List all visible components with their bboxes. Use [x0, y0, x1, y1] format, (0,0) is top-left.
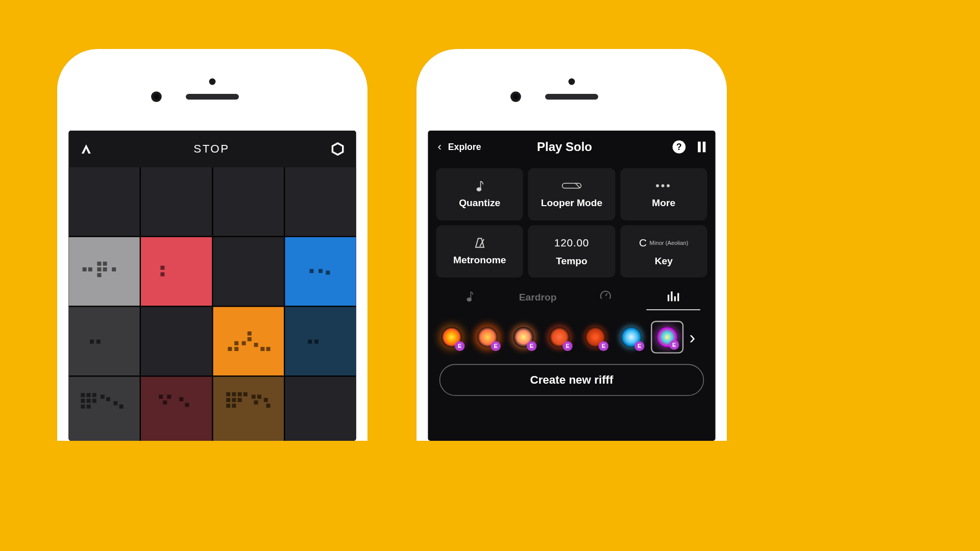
scroll-right-icon[interactable]: › [689, 327, 695, 347]
phone-right: ‹ Explore Play Solo ? Quantize Looper Mo… [416, 49, 727, 441]
pad-cell[interactable] [141, 237, 212, 306]
preset-badge: E [599, 341, 608, 351]
note-icon [476, 180, 484, 191]
pad-cell[interactable] [213, 377, 284, 441]
pad-cell[interactable] [213, 167, 284, 236]
key-tile[interactable]: C Minor (Aeolian) Key [620, 226, 707, 278]
phone-front-camera [151, 91, 162, 102]
preset-item[interactable]: E [579, 321, 611, 354]
preset-item[interactable]: E [471, 321, 504, 354]
more-dots-icon: ••• [656, 180, 672, 191]
preset-row: E E E E E E E › [428, 313, 715, 359]
screen-pad-grid: STOP [68, 131, 356, 441]
preset-badge: E [669, 340, 679, 349]
tile-label: Looper Mode [541, 197, 603, 208]
tile-label: Quantize [459, 197, 500, 208]
preset-item[interactable]: E [543, 321, 576, 354]
tab-bar: Eardrop [428, 283, 715, 313]
pad-cell[interactable] [285, 167, 356, 236]
tile-label: More [652, 197, 675, 208]
phone-front-camera [510, 91, 521, 102]
metronome-tile[interactable]: Metronome [436, 226, 523, 278]
key-note: C [639, 237, 647, 249]
pad-cell[interactable] [285, 377, 356, 441]
pad-cell[interactable] [213, 307, 284, 375]
phone-camera [569, 79, 575, 85]
bars-icon [667, 290, 679, 302]
quantize-tile[interactable]: Quantize [436, 168, 523, 220]
svg-line-3 [575, 183, 580, 188]
svg-rect-7 [668, 294, 669, 301]
tile-label: Key [655, 255, 673, 266]
looper-mode-tile[interactable]: Looper Mode [528, 168, 616, 220]
help-icon[interactable]: ? [673, 140, 686, 154]
tempo-value: 120.00 [554, 237, 589, 249]
svg-rect-10 [677, 293, 679, 301]
svg-point-5 [467, 298, 471, 301]
create-rifff-button[interactable]: Create new rifff [439, 364, 704, 396]
looper-icon [561, 180, 582, 191]
preset-badge: E [562, 341, 572, 351]
pad-cell[interactable] [213, 237, 284, 306]
more-tile[interactable]: ••• More [620, 168, 707, 220]
phone-speaker [186, 94, 239, 99]
note-icon [467, 290, 474, 302]
pad-cell[interactable] [68, 167, 139, 236]
tempo-tile[interactable]: 120.00 Tempo [528, 226, 616, 278]
preset-item[interactable]: E [435, 321, 468, 354]
tile-label: Metronome [453, 254, 506, 265]
tab-eardrop[interactable]: Eardrop [504, 291, 572, 309]
svg-rect-9 [674, 296, 676, 301]
knob-icon [599, 290, 611, 302]
pad-cell[interactable] [285, 307, 356, 375]
preset-badge: E [634, 341, 644, 351]
phone-speaker [545, 94, 598, 99]
preset-item-selected[interactable]: E [651, 321, 683, 354]
header: ‹ Explore Play Solo ? [428, 131, 715, 163]
preset-item[interactable]: E [507, 321, 540, 354]
topbar: STOP [68, 131, 356, 167]
pad-cell[interactable] [68, 237, 139, 306]
pad-cell[interactable] [68, 377, 139, 441]
preset-badge: E [491, 341, 501, 351]
page-title: Play Solo [461, 140, 668, 154]
tab-knob[interactable] [572, 290, 640, 310]
pause-icon[interactable] [698, 142, 705, 153]
preset-badge: E [527, 341, 536, 351]
svg-line-6 [605, 293, 607, 296]
svg-point-1 [477, 188, 481, 191]
back-chevron-icon[interactable]: ‹ [438, 140, 442, 154]
pad-grid [68, 167, 356, 441]
tile-label: Tempo [556, 255, 587, 266]
app-logo-icon[interactable] [80, 143, 92, 155]
preset-badge: E [455, 341, 464, 351]
key-mode: Minor (Aeolian) [650, 240, 689, 246]
preset-item[interactable]: E [615, 321, 648, 354]
pad-cell[interactable] [141, 377, 212, 441]
tab-note[interactable] [436, 290, 504, 310]
svg-marker-0 [332, 143, 342, 155]
cta-label: Create new rifff [530, 373, 613, 387]
phone-camera [209, 79, 216, 85]
tab-label: Eardrop [519, 291, 557, 303]
settings-hex-icon[interactable] [331, 142, 345, 156]
metronome-icon [474, 237, 485, 248]
screen-play-solo: ‹ Explore Play Solo ? Quantize Looper Mo… [428, 131, 715, 441]
pad-cell[interactable] [141, 307, 212, 375]
settings-tiles: Quantize Looper Mode ••• More Metronome … [428, 163, 715, 283]
tab-bars[interactable] [640, 290, 707, 310]
transport-label[interactable]: STOP [193, 142, 229, 156]
svg-rect-8 [671, 291, 672, 301]
pad-cell[interactable] [285, 237, 356, 306]
phone-left: STOP [57, 49, 368, 441]
pad-cell[interactable] [68, 307, 139, 375]
pad-cell[interactable] [141, 167, 212, 236]
